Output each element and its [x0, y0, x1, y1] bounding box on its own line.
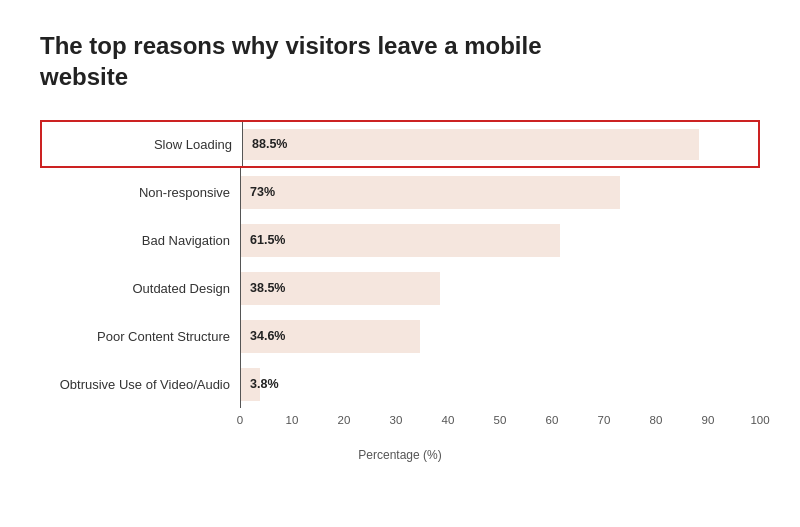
bar-axis-line	[240, 264, 241, 312]
bar-axis-line	[240, 360, 241, 408]
bar-fill-2: 61.5%	[240, 224, 560, 258]
bar-label-4: Poor Content Structure	[40, 329, 240, 344]
bar-axis-line	[240, 216, 241, 264]
bar-fill-4: 34.6%	[240, 320, 420, 354]
bar-value-4: 34.6%	[246, 329, 285, 343]
bar-row-1: Non-responsive73%	[40, 168, 760, 216]
x-tick-60: 60	[546, 414, 559, 426]
bar-value-1: 73%	[246, 185, 275, 199]
bar-row-4: Poor Content Structure34.6%	[40, 312, 760, 360]
x-tick-0: 0	[237, 414, 243, 426]
bar-track-1: 73%	[240, 168, 760, 216]
bar-label-5: Obtrusive Use of Video/Audio	[40, 377, 240, 392]
x-tick-50: 50	[494, 414, 507, 426]
bar-label-1: Non-responsive	[40, 185, 240, 200]
bar-track-3: 38.5%	[240, 264, 760, 312]
bar-track-4: 34.6%	[240, 312, 760, 360]
bar-row-3: Outdated Design38.5%	[40, 264, 760, 312]
bar-value-5: 3.8%	[246, 377, 279, 391]
bar-row-5: Obtrusive Use of Video/Audio3.8%	[40, 360, 760, 408]
chart-title: The top reasons why visitors leave a mob…	[40, 30, 600, 92]
x-axis: 0102030405060708090100	[40, 414, 760, 444]
x-tick-20: 20	[338, 414, 351, 426]
bar-axis-line	[242, 122, 243, 166]
bar-value-0: 88.5%	[248, 137, 287, 151]
bar-value-2: 61.5%	[246, 233, 285, 247]
bar-label-3: Outdated Design	[40, 281, 240, 296]
x-tick-90: 90	[702, 414, 715, 426]
x-tick-80: 80	[650, 414, 663, 426]
x-tick-10: 10	[286, 414, 299, 426]
bar-track-5: 3.8%	[240, 360, 760, 408]
bar-value-3: 38.5%	[246, 281, 285, 295]
x-tick-40: 40	[442, 414, 455, 426]
bar-label-0: Slow Loading	[42, 137, 242, 152]
bar-fill-0: 88.5%	[242, 129, 699, 160]
bar-fill-1: 73%	[240, 176, 620, 210]
bar-label-2: Bad Navigation	[40, 233, 240, 248]
x-axis-title: Percentage (%)	[40, 448, 760, 462]
bar-track-0: 88.5%	[242, 122, 758, 166]
bar-row-2: Bad Navigation61.5%	[40, 216, 760, 264]
bar-axis-line	[240, 312, 241, 360]
chart-area: Slow Loading88.5%Non-responsive73%Bad Na…	[40, 120, 760, 408]
bar-row-0: Slow Loading88.5%	[40, 120, 760, 168]
x-tick-100: 100	[750, 414, 769, 426]
bar-fill-5: 3.8%	[240, 368, 260, 402]
x-tick-30: 30	[390, 414, 403, 426]
bar-fill-3: 38.5%	[240, 272, 440, 306]
bar-track-2: 61.5%	[240, 216, 760, 264]
bar-axis-line	[240, 168, 241, 216]
x-tick-70: 70	[598, 414, 611, 426]
x-axis-labels: 0102030405060708090100	[240, 414, 760, 444]
